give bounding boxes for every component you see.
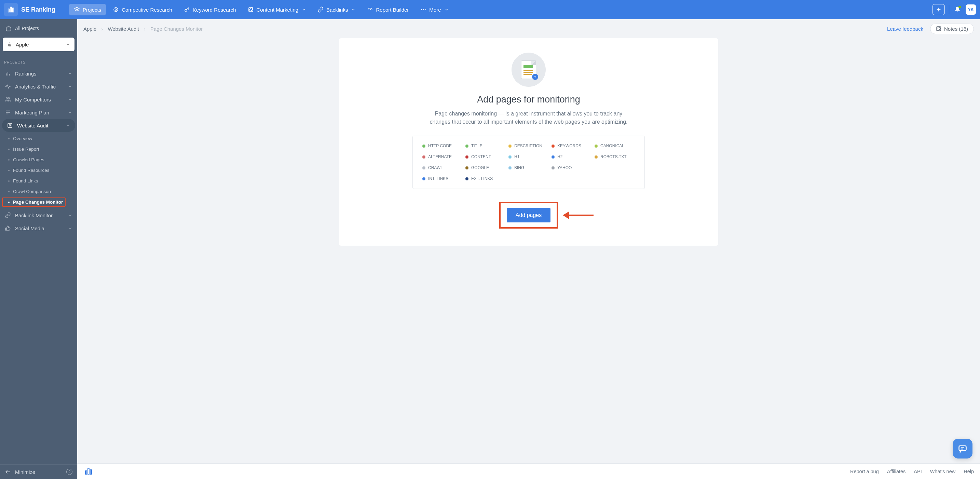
subnav-crawl-comparison[interactable]: Crawl Comparison xyxy=(0,186,77,197)
subnav-issue-label: Issue Report xyxy=(13,146,39,152)
list-icon xyxy=(5,109,11,116)
subnav-crawled-pages[interactable]: Crawled Pages xyxy=(0,154,77,165)
footer-logo-icon[interactable] xyxy=(83,466,94,477)
chevron-down-icon xyxy=(68,226,72,231)
nav-competitive-label: Competitive Research xyxy=(122,7,172,13)
svg-rect-2 xyxy=(13,8,14,12)
subnav-resources-label: Found Resources xyxy=(13,168,49,173)
sidebar: All Projects Apple PROJECTS Rankings xyxy=(0,19,77,479)
nav-projects-label: Projects xyxy=(83,7,101,13)
add-button[interactable] xyxy=(932,4,945,15)
project-selector[interactable]: Apple xyxy=(3,38,75,51)
brand-logo-icon[interactable] xyxy=(4,3,18,16)
legend-swatch xyxy=(465,177,468,180)
add-pages-button[interactable]: Add pages xyxy=(507,208,551,223)
legend-swatch xyxy=(552,145,555,148)
edit-icon xyxy=(936,26,942,32)
nav-keyword-research[interactable]: Keyword Research xyxy=(179,4,241,15)
legend-label: BING xyxy=(514,166,524,170)
svg-point-5 xyxy=(115,9,117,11)
legend-label: DESCRIPTION xyxy=(514,143,542,148)
content-area: Apple › Website Audit › Page Changes Mon… xyxy=(77,19,980,479)
legend-item: INT. LINKS xyxy=(422,176,463,181)
nav-keyword-label: Keyword Research xyxy=(193,7,236,13)
nav-projects[interactable]: Projects xyxy=(69,4,106,15)
home-icon xyxy=(5,25,12,32)
svg-point-6 xyxy=(185,9,187,11)
subnav-found-resources[interactable]: Found Resources xyxy=(0,165,77,176)
apple-icon xyxy=(7,42,12,47)
breadcrumb-apple[interactable]: Apple xyxy=(83,26,96,32)
help-icon[interactable]: ? xyxy=(66,469,72,475)
svg-point-16 xyxy=(6,98,8,99)
nav-content-marketing[interactable]: Content Marketing xyxy=(243,4,311,15)
legend-label: YAHOO xyxy=(557,166,572,170)
edit-icon xyxy=(248,6,254,13)
sidebar-competitors-label: My Competitors xyxy=(15,97,64,102)
sidebar-social-label: Social Media xyxy=(15,226,64,231)
legend-item: GOOGLE xyxy=(465,166,506,170)
breadcrumb-row: Apple › Website Audit › Page Changes Mon… xyxy=(77,19,980,38)
chevron-down-icon xyxy=(68,213,72,218)
nav-backlinks[interactable]: Backlinks xyxy=(313,4,360,15)
chat-fab-button[interactable] xyxy=(953,439,972,458)
notifications-bell-icon[interactable] xyxy=(953,5,961,14)
subnav-issue-report[interactable]: Issue Report xyxy=(0,144,77,154)
nav-competitive-research[interactable]: Competitive Research xyxy=(108,4,177,15)
subnav-crawled-label: Crawled Pages xyxy=(13,157,45,162)
legend-item: ROBOTS.TXT xyxy=(595,154,635,159)
sidebar-item-marketing: Marketing Plan xyxy=(0,106,77,119)
target-icon xyxy=(113,6,119,13)
footer-api[interactable]: API xyxy=(914,469,921,474)
footer-help[interactable]: Help xyxy=(964,469,974,474)
subnav-overview[interactable]: Overview xyxy=(0,133,77,144)
empty-description: Page changes monitoring — is a great ins… xyxy=(425,110,633,126)
footer-affiliates[interactable]: Affiliates xyxy=(887,469,906,474)
legend-swatch xyxy=(422,145,425,148)
sidebar-nav: Rankings Analytics & Traffic My Competit… xyxy=(0,67,77,235)
empty-title: Add pages for monitoring xyxy=(477,94,580,105)
breadcrumb-audit[interactable]: Website Audit xyxy=(108,26,139,32)
chevron-down-icon xyxy=(68,110,72,115)
legend-item: HTTP CODE xyxy=(422,143,463,148)
chevron-down-icon xyxy=(65,42,70,47)
subnav-page-changes-monitor[interactable]: Page Changes Monitor xyxy=(0,197,77,207)
nav-more[interactable]: More xyxy=(415,4,453,15)
legend-item: H2 xyxy=(552,154,592,159)
chevron-down-icon xyxy=(445,8,449,12)
footer: Report a bug Affiliates API What's new H… xyxy=(77,463,980,479)
thumbs-up-icon xyxy=(5,225,11,231)
legend-label: H1 xyxy=(514,154,519,159)
legend-swatch xyxy=(422,177,425,180)
sidebar-item-rankings: Rankings xyxy=(0,67,77,80)
footer-whats-new[interactable]: What's new xyxy=(930,469,956,474)
svg-point-10 xyxy=(425,9,426,10)
subnav-found-links[interactable]: Found Links xyxy=(0,176,77,186)
nav-report-label: Report Builder xyxy=(376,7,409,13)
gauge-icon xyxy=(367,6,373,13)
svg-rect-26 xyxy=(88,469,89,474)
sidebar-analytics-label: Analytics & Traffic xyxy=(15,84,64,89)
footer-report-bug[interactable]: Report a bug xyxy=(850,469,879,474)
legend-item xyxy=(595,166,635,170)
svg-point-17 xyxy=(8,98,10,99)
sidebar-all-projects[interactable]: All Projects xyxy=(3,22,75,35)
sidebar-footer: Minimize ? xyxy=(0,464,77,479)
chevron-up-icon xyxy=(65,123,70,128)
sidebar-rankings-label: Rankings xyxy=(15,71,64,76)
sidebar-minimize[interactable]: Minimize ? xyxy=(0,465,77,479)
leave-feedback-link[interactable]: Leave feedback xyxy=(887,26,923,32)
legend-swatch xyxy=(465,156,468,159)
annotation-arrow xyxy=(563,212,593,219)
divider xyxy=(949,5,949,14)
svg-rect-0 xyxy=(8,9,10,12)
legend-item: BING xyxy=(509,166,549,170)
user-avatar[interactable]: YK xyxy=(966,5,976,15)
legend-label: KEYWORDS xyxy=(557,143,581,148)
nav-report-builder[interactable]: Report Builder xyxy=(362,4,414,15)
legend-swatch xyxy=(552,156,555,159)
legend-swatch xyxy=(465,145,468,148)
svg-rect-25 xyxy=(86,471,87,474)
plus-badge-icon: + xyxy=(532,74,538,80)
notes-button[interactable]: Notes (18) xyxy=(930,24,974,34)
